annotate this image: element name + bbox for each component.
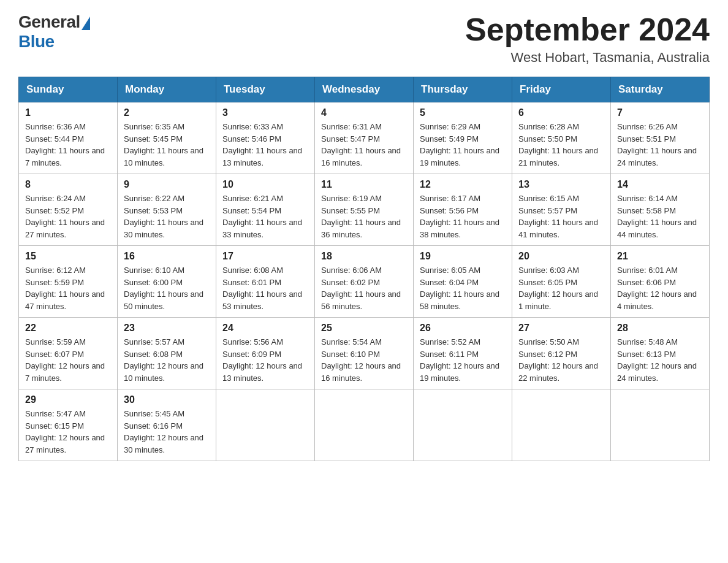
- day-number: 13: [518, 179, 604, 190]
- table-row: 2 Sunrise: 6:35 AM Sunset: 5:45 PM Dayli…: [118, 102, 216, 174]
- day-sunrise: Sunrise: 6:29 AM: [420, 122, 480, 131]
- day-daylight: Daylight: 12 hours and 19 minutes.: [420, 361, 499, 383]
- calendar-week-row: 15 Sunrise: 6:12 AM Sunset: 5:59 PM Dayl…: [19, 246, 710, 318]
- day-sunrise: Sunrise: 5:54 AM: [321, 337, 382, 347]
- table-row: [512, 389, 611, 461]
- day-number: 22: [25, 323, 111, 334]
- day-sunset: Sunset: 5:57 PM: [518, 206, 577, 215]
- day-sunset: Sunset: 6:06 PM: [617, 278, 676, 287]
- day-number: 20: [518, 251, 604, 262]
- day-sunset: Sunset: 6:04 PM: [420, 278, 479, 287]
- table-row: 18 Sunrise: 6:06 AM Sunset: 6:02 PM Dayl…: [315, 246, 414, 318]
- day-daylight: Daylight: 11 hours and 13 minutes.: [222, 146, 302, 167]
- table-row: 5 Sunrise: 6:29 AM Sunset: 5:49 PM Dayli…: [414, 102, 512, 174]
- col-tuesday: Tuesday: [216, 77, 315, 102]
- day-daylight: Daylight: 11 hours and 56 minutes.: [321, 289, 401, 311]
- day-number: 15: [25, 251, 111, 262]
- logo-general-text: General: [18, 12, 80, 32]
- col-monday: Monday: [118, 77, 216, 102]
- day-number: 12: [420, 179, 506, 190]
- table-row: 3 Sunrise: 6:33 AM Sunset: 5:46 PM Dayli…: [216, 102, 315, 174]
- day-sunrise: Sunrise: 5:48 AM: [617, 337, 678, 347]
- day-sunset: Sunset: 6:12 PM: [518, 350, 577, 359]
- day-number: 6: [518, 107, 604, 118]
- title-section: September 2024 West Hobart, Tasmania, Au…: [465, 12, 710, 66]
- day-number: 10: [222, 179, 308, 190]
- day-daylight: Daylight: 12 hours and 13 minutes.: [222, 361, 302, 383]
- table-row: 29 Sunrise: 5:47 AM Sunset: 6:15 PM Dayl…: [19, 389, 118, 461]
- table-row: 17 Sunrise: 6:08 AM Sunset: 6:01 PM Dayl…: [216, 246, 315, 318]
- day-daylight: Daylight: 11 hours and 53 minutes.: [222, 289, 302, 311]
- logo: General Blue: [18, 12, 90, 52]
- day-sunrise: Sunrise: 6:33 AM: [222, 122, 283, 131]
- calendar-table: Sunday Monday Tuesday Wednesday Thursday…: [18, 77, 710, 461]
- day-sunset: Sunset: 5:44 PM: [25, 134, 84, 144]
- table-row: 15 Sunrise: 6:12 AM Sunset: 5:59 PM Dayl…: [19, 246, 118, 318]
- table-row: 30 Sunrise: 5:45 AM Sunset: 6:16 PM Dayl…: [118, 389, 216, 461]
- day-sunset: Sunset: 6:15 PM: [25, 421, 84, 431]
- day-daylight: Daylight: 12 hours and 7 minutes.: [25, 361, 105, 383]
- day-daylight: Daylight: 12 hours and 22 minutes.: [518, 361, 598, 383]
- day-number: 8: [25, 179, 111, 190]
- day-sunrise: Sunrise: 5:45 AM: [124, 409, 184, 418]
- day-sunrise: Sunrise: 6:28 AM: [518, 122, 579, 131]
- day-sunset: Sunset: 5:54 PM: [222, 206, 281, 215]
- day-sunset: Sunset: 5:59 PM: [25, 278, 84, 287]
- day-sunrise: Sunrise: 6:26 AM: [617, 122, 678, 131]
- day-sunrise: Sunrise: 5:56 AM: [222, 337, 283, 347]
- day-number: 9: [124, 179, 210, 190]
- day-number: 27: [518, 323, 604, 334]
- day-sunrise: Sunrise: 6:24 AM: [25, 194, 86, 203]
- day-daylight: Daylight: 11 hours and 41 minutes.: [518, 218, 598, 239]
- day-sunrise: Sunrise: 6:35 AM: [124, 122, 184, 131]
- col-friday: Friday: [512, 77, 611, 102]
- day-daylight: Daylight: 11 hours and 47 minutes.: [25, 289, 105, 311]
- table-row: 7 Sunrise: 6:26 AM Sunset: 5:51 PM Dayli…: [611, 102, 710, 174]
- day-number: 3: [222, 107, 308, 118]
- day-sunrise: Sunrise: 5:59 AM: [25, 337, 86, 347]
- day-daylight: Daylight: 12 hours and 27 minutes.: [25, 433, 105, 454]
- day-daylight: Daylight: 11 hours and 33 minutes.: [222, 218, 302, 239]
- table-row: 20 Sunrise: 6:03 AM Sunset: 6:05 PM Dayl…: [512, 246, 611, 318]
- day-number: 30: [124, 394, 210, 405]
- day-sunset: Sunset: 5:53 PM: [124, 206, 183, 215]
- day-sunrise: Sunrise: 6:05 AM: [420, 266, 480, 275]
- calendar-week-row: 22 Sunrise: 5:59 AM Sunset: 6:07 PM Dayl…: [19, 318, 710, 389]
- day-sunrise: Sunrise: 6:08 AM: [222, 266, 283, 275]
- table-row: 4 Sunrise: 6:31 AM Sunset: 5:47 PM Dayli…: [315, 102, 414, 174]
- day-number: 21: [617, 251, 703, 262]
- day-sunrise: Sunrise: 5:47 AM: [25, 409, 86, 418]
- day-sunrise: Sunrise: 6:01 AM: [617, 266, 678, 275]
- day-number: 5: [420, 107, 506, 118]
- day-sunset: Sunset: 6:11 PM: [420, 350, 479, 359]
- day-daylight: Daylight: 12 hours and 10 minutes.: [124, 361, 203, 383]
- day-daylight: Daylight: 11 hours and 44 minutes.: [617, 218, 697, 239]
- day-sunset: Sunset: 6:05 PM: [518, 278, 577, 287]
- day-sunset: Sunset: 6:07 PM: [25, 350, 84, 359]
- day-sunset: Sunset: 6:16 PM: [124, 421, 183, 431]
- day-sunset: Sunset: 5:51 PM: [617, 134, 676, 144]
- day-daylight: Daylight: 11 hours and 24 minutes.: [617, 146, 697, 167]
- day-number: 23: [124, 323, 210, 334]
- day-sunset: Sunset: 5:58 PM: [617, 206, 676, 215]
- table-row: 22 Sunrise: 5:59 AM Sunset: 6:07 PM Dayl…: [19, 318, 118, 389]
- day-number: 14: [617, 179, 703, 190]
- table-row: 11 Sunrise: 6:19 AM Sunset: 5:55 PM Dayl…: [315, 174, 414, 246]
- calendar-week-row: 1 Sunrise: 6:36 AM Sunset: 5:44 PM Dayli…: [19, 102, 710, 174]
- day-number: 16: [124, 251, 210, 262]
- day-number: 28: [617, 323, 703, 334]
- day-sunrise: Sunrise: 6:12 AM: [25, 266, 86, 275]
- table-row: [315, 389, 414, 461]
- day-daylight: Daylight: 12 hours and 4 minutes.: [617, 289, 697, 311]
- col-thursday: Thursday: [414, 77, 512, 102]
- day-daylight: Daylight: 12 hours and 16 minutes.: [321, 361, 401, 383]
- table-row: 1 Sunrise: 6:36 AM Sunset: 5:44 PM Dayli…: [19, 102, 118, 174]
- day-number: 2: [124, 107, 210, 118]
- page-header: General Blue September 2024 West Hobart,…: [18, 12, 710, 66]
- logo-triangle-icon: [82, 17, 90, 30]
- day-daylight: Daylight: 12 hours and 30 minutes.: [124, 433, 203, 454]
- day-sunrise: Sunrise: 6:22 AM: [124, 194, 184, 203]
- day-daylight: Daylight: 11 hours and 30 minutes.: [124, 218, 203, 239]
- day-daylight: Daylight: 11 hours and 58 minutes.: [420, 289, 499, 311]
- table-row: [611, 389, 710, 461]
